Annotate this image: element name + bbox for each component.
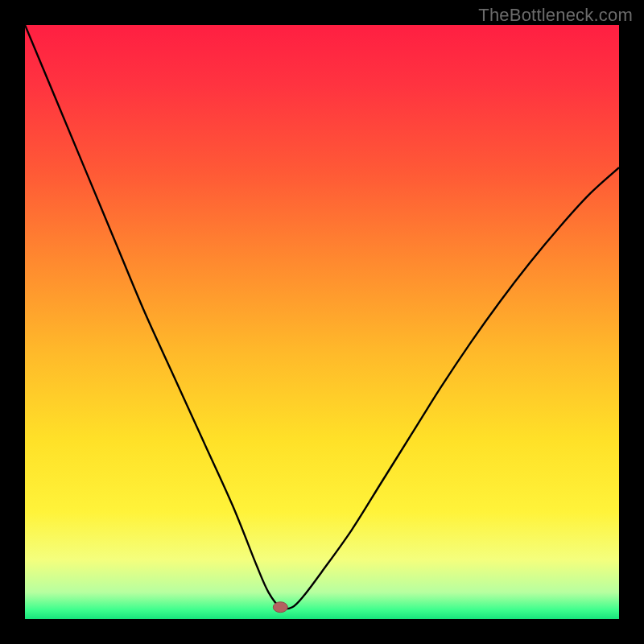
chart-svg bbox=[25, 25, 619, 619]
gradient-background bbox=[25, 25, 619, 619]
optimal-point-marker bbox=[273, 602, 287, 613]
plot-area bbox=[25, 25, 619, 619]
chart-frame: TheBottleneck.com bbox=[0, 0, 644, 644]
watermark-text: TheBottleneck.com bbox=[478, 5, 633, 26]
